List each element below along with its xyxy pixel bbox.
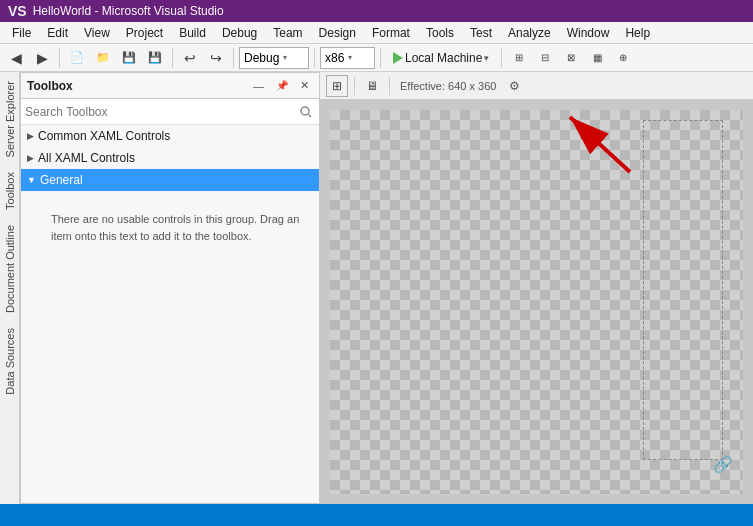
main-area: Server Explorer Toolbox Document Outline…: [0, 72, 753, 504]
section-label: General: [40, 173, 83, 187]
open-file-button[interactable]: 📁: [91, 46, 115, 70]
search-icon[interactable]: [297, 103, 315, 121]
section-label: Common XAML Controls: [38, 129, 170, 143]
toolbar-extra-5[interactable]: ⊕: [611, 46, 635, 70]
svg-point-0: [301, 107, 309, 115]
toolbox-section-general[interactable]: ▼ General: [21, 169, 319, 191]
menu-test[interactable]: Test: [462, 22, 500, 44]
toolbar: ◀ ▶ 📄 📁 💾 💾 ↩ ↪ Debug ▾ x86 ▾ Local Mach…: [0, 44, 753, 72]
menu-build[interactable]: Build: [171, 22, 214, 44]
menu-window[interactable]: Window: [559, 22, 618, 44]
menu-debug[interactable]: Debug: [214, 22, 265, 44]
toolbar-separator-2: [172, 48, 173, 68]
app-title: HelloWorld - Microsoft Visual Studio: [33, 4, 224, 18]
sidebar-item-data-sources[interactable]: Data Sources: [0, 321, 20, 402]
search-input[interactable]: [25, 105, 297, 119]
menu-bar: File Edit View Project Build Debug Team …: [0, 22, 753, 44]
toolbar-separator-6: [501, 48, 502, 68]
toolbox-close-button[interactable]: ✕: [296, 77, 313, 94]
toolbar-extra-1[interactable]: ⊞: [507, 46, 531, 70]
toolbox-section-all-xaml[interactable]: ▶ All XAML Controls: [21, 147, 319, 169]
menu-help[interactable]: Help: [617, 22, 658, 44]
designer-view-btn[interactable]: ⊞: [326, 75, 348, 97]
designer-monitor-btn[interactable]: 🖥: [361, 75, 383, 97]
new-file-button[interactable]: 📄: [65, 46, 89, 70]
designer-sep: [354, 77, 355, 95]
toolbar-extra-2[interactable]: ⊟: [533, 46, 557, 70]
redo-button[interactable]: ↪: [204, 46, 228, 70]
sidebar-item-document-outline[interactable]: Document Outline: [0, 218, 20, 320]
toolbar-extra-3[interactable]: ⊠: [559, 46, 583, 70]
forward-button[interactable]: ▶: [30, 46, 54, 70]
effective-size-label: Effective: 640 x 360: [396, 80, 500, 92]
designer-canvas[interactable]: 🔗: [320, 100, 753, 504]
designer-area: ⊞ 🖥 Effective: 640 x 360 ⚙ 🔗: [320, 72, 753, 504]
status-bar: [0, 504, 753, 526]
arrow-icon: ▼: [27, 175, 36, 185]
toolbar-separator-1: [59, 48, 60, 68]
undo-button[interactable]: ↩: [178, 46, 202, 70]
svg-line-1: [309, 114, 312, 117]
toolbar-extra-4[interactable]: ▦: [585, 46, 609, 70]
toolbar-separator-4: [314, 48, 315, 68]
menu-view[interactable]: View: [76, 22, 118, 44]
design-surface: 🔗: [330, 110, 743, 494]
toolbar-separator-5: [380, 48, 381, 68]
menu-project[interactable]: Project: [118, 22, 171, 44]
play-icon: [393, 52, 403, 64]
toolbox-title: Toolbox: [27, 79, 245, 93]
window-frame: [643, 120, 723, 460]
run-dropdown-arrow: ▾: [484, 53, 489, 63]
designer-toolbar: ⊞ 🖥 Effective: 640 x 360 ⚙: [320, 72, 753, 100]
save-all-button[interactable]: 💾: [143, 46, 167, 70]
sidebar-item-server-explorer[interactable]: Server Explorer: [0, 74, 20, 164]
link-icon: 🔗: [713, 455, 733, 474]
toolbox-minimize-button[interactable]: —: [249, 78, 268, 94]
title-bar: VS HelloWorld - Microsoft Visual Studio: [0, 0, 753, 22]
debug-config-label: Debug: [244, 51, 279, 65]
platform-dropdown-arrow: ▾: [348, 53, 352, 62]
run-label: Local Machine: [405, 51, 482, 65]
section-label: All XAML Controls: [38, 151, 135, 165]
side-tabs: Server Explorer Toolbox Document Outline…: [0, 72, 20, 504]
arrow-icon: ▶: [27, 153, 34, 163]
gear-button[interactable]: ⚙: [504, 76, 524, 96]
toolbox-search-bar: [21, 99, 319, 125]
menu-team[interactable]: Team: [265, 22, 310, 44]
menu-edit[interactable]: Edit: [39, 22, 76, 44]
menu-file[interactable]: File: [4, 22, 39, 44]
menu-analyze[interactable]: Analyze: [500, 22, 559, 44]
menu-design[interactable]: Design: [311, 22, 364, 44]
back-button[interactable]: ◀: [4, 46, 28, 70]
sidebar-item-toolbox[interactable]: Toolbox: [0, 165, 20, 217]
vs-logo-icon: VS: [8, 3, 27, 19]
platform-label: x86: [325, 51, 344, 65]
debug-config-dropdown[interactable]: Debug ▾: [239, 47, 309, 69]
toolbox-pin-button[interactable]: 📌: [272, 78, 292, 93]
empty-group-message: There are no usable controls in this gro…: [21, 191, 319, 254]
arrow-icon: ▶: [27, 131, 34, 141]
toolbar-separator-3: [233, 48, 234, 68]
toolbox-section-common-xaml[interactable]: ▶ Common XAML Controls: [21, 125, 319, 147]
designer-sep-2: [389, 77, 390, 95]
toolbox-header: Toolbox — 📌 ✕: [21, 73, 319, 99]
menu-tools[interactable]: Tools: [418, 22, 462, 44]
debug-dropdown-arrow: ▾: [283, 53, 287, 62]
run-button[interactable]: Local Machine ▾: [386, 47, 496, 69]
platform-dropdown[interactable]: x86 ▾: [320, 47, 375, 69]
save-button[interactable]: 💾: [117, 46, 141, 70]
toolbox-panel: Toolbox — 📌 ✕ ▶ Common XAML Controls ▶ A…: [20, 72, 320, 504]
menu-format[interactable]: Format: [364, 22, 418, 44]
